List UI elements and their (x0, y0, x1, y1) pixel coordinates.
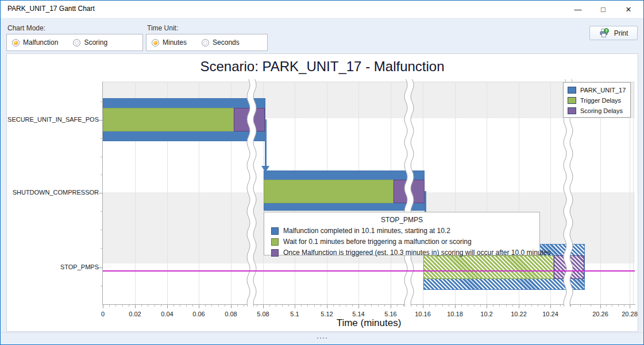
plot-area: 00.020.040.060.085.085.15.125.145.1610.1… (103, 82, 635, 304)
gantt-bar-secure_unit_in_safe_pos-trigger-delays[interactable] (103, 108, 234, 131)
x-axis-minor-tick (371, 305, 372, 307)
radio-unselected-icon[interactable] (202, 39, 209, 46)
x-tick-label: 20.26 (592, 311, 608, 317)
y-axis-minor-tick (101, 157, 103, 157)
x-axis-minor-tick (211, 305, 212, 307)
window-controls: — □ ✕ (565, 1, 641, 18)
minimize-button[interactable]: — (565, 1, 591, 18)
radio-unselected-icon[interactable] (73, 39, 80, 46)
print-button-label: Print (614, 29, 628, 37)
legend-item: Trigger Delays (568, 95, 630, 106)
window-title: PARK_UNIT_17 Gantt Chart (7, 5, 95, 13)
axis-break-icon (403, 79, 415, 307)
time-unit-label: Time Unit: (147, 24, 178, 32)
connector-arrowhead-icon (261, 166, 269, 172)
y-axis-minor-tick (101, 286, 103, 286)
x-axis-major-tick (231, 305, 232, 308)
x-axis-minor-tick (155, 305, 155, 307)
x-axis-minor-tick (480, 305, 481, 307)
radio-seconds[interactable]: Seconds (202, 38, 240, 46)
x-tick-label: 10.2 (480, 311, 492, 317)
x-axis-minor-tick (307, 305, 308, 307)
x-tick-label: 0.08 (225, 311, 237, 317)
chart-panel: Scenario: PARK_UNIT_17 - Malfunction 00.… (6, 53, 638, 332)
x-tick-label: 5.12 (321, 311, 333, 317)
y-axis-minor-tick (101, 230, 103, 230)
x-tick-label: 5.16 (384, 311, 396, 317)
maximize-button[interactable]: □ (591, 1, 616, 18)
axis-break-icon (245, 79, 258, 307)
legend-swatch-icon (568, 97, 576, 104)
x-axis-major-tick (358, 305, 359, 308)
x-axis-minor-tick (186, 305, 187, 307)
x-axis-minor-tick (237, 305, 238, 307)
x-axis-minor-tick (449, 305, 449, 307)
footer-strip (1, 332, 643, 344)
time-unit-groupbox: Minutes Seconds (146, 34, 268, 51)
x-axis-minor-tick (192, 305, 193, 307)
tooltip-text: Wait for 0.1 minutes before triggering a… (283, 238, 472, 246)
x-axis-minor-tick (115, 305, 116, 307)
x-axis-major-tick (487, 305, 487, 308)
y-axis-major-tick (99, 120, 103, 121)
gantt-bar-shutdown_compressor-trigger-delays[interactable] (264, 180, 394, 203)
x-tick-label: 5.1 (290, 311, 299, 317)
x-axis-minor-tick (544, 305, 545, 307)
x-axis-major-tick (199, 305, 199, 308)
x-tick-label: 5.14 (352, 311, 364, 317)
radio-seconds-label: Seconds (213, 38, 240, 46)
x-axis-major-tick (600, 305, 601, 308)
x-axis-minor-tick (173, 305, 174, 307)
x-axis-minor-tick (340, 305, 340, 307)
radio-scoring[interactable]: Scoring (73, 38, 107, 46)
radio-selected-icon[interactable] (152, 39, 159, 46)
y-axis-minor-tick (101, 175, 103, 175)
x-axis-minor-tick (141, 305, 142, 307)
plot-top-border (103, 82, 635, 82)
x-axis-line (102, 304, 635, 305)
tooltip: STOP_PMPS Malfunction completed in 10.1 … (264, 212, 540, 255)
radio-selected-icon[interactable] (12, 39, 20, 46)
x-axis-minor-tick (218, 305, 219, 307)
y-axis-minor-tick (101, 211, 103, 212)
x-axis-minor-tick (205, 305, 206, 307)
tooltip-swatch-icon (271, 227, 279, 235)
x-tick-label: 5.08 (257, 311, 269, 317)
x-axis-minor-tick (506, 305, 507, 307)
radio-minutes-label: Minutes (163, 38, 187, 46)
splitter-grip-icon[interactable] (317, 338, 327, 339)
y-axis-major-tick (99, 193, 103, 193)
chart-mode-groupbox: Malfunction Scoring (6, 34, 143, 51)
x-axis-minor-tick (468, 305, 468, 307)
x-axis-minor-tick (129, 305, 129, 307)
x-axis-minor-tick (365, 305, 365, 307)
print-button[interactable]: ? Print (589, 26, 638, 40)
legend-label: Trigger Delays (580, 97, 621, 104)
legend: PARK_UNIT_17Trigger DelaysScoring Delays (563, 82, 631, 118)
y-category-label: SECURE_UNIT_IN_SAFE_POS (7, 116, 99, 123)
gantt-bar-stop_pmps-trigger-delays[interactable] (423, 255, 554, 279)
x-axis-minor-tick (301, 305, 302, 307)
radio-scoring-label: Scoring (84, 38, 107, 46)
title-bar: PARK_UNIT_17 Gantt Chart — □ ✕ (1, 1, 643, 18)
radio-malfunction[interactable]: Malfunction (12, 38, 58, 46)
tooltip-title: STOP_PMPS (264, 216, 539, 224)
x-axis-title: Time (minutes) (103, 317, 635, 329)
x-axis-minor-tick (244, 305, 244, 307)
x-axis-minor-tick (417, 305, 417, 307)
x-axis-minor-tick (109, 305, 110, 307)
x-axis-minor-tick (474, 305, 475, 307)
x-tick-label: 0.04 (161, 311, 173, 317)
x-tick-label: 10.18 (447, 311, 463, 317)
legend-label: PARK_UNIT_17 (580, 87, 626, 94)
close-button[interactable]: ✕ (616, 1, 641, 18)
x-tick-label: 10.24 (542, 311, 558, 317)
x-axis-minor-tick (429, 305, 430, 307)
x-axis-major-tick (550, 305, 551, 308)
x-axis-minor-tick (384, 305, 385, 307)
time-marker-line (103, 270, 635, 272)
x-axis-minor-tick (314, 305, 315, 307)
x-axis-minor-tick (269, 305, 270, 307)
x-axis-major-tick (135, 305, 136, 308)
radio-minutes[interactable]: Minutes (152, 38, 187, 46)
